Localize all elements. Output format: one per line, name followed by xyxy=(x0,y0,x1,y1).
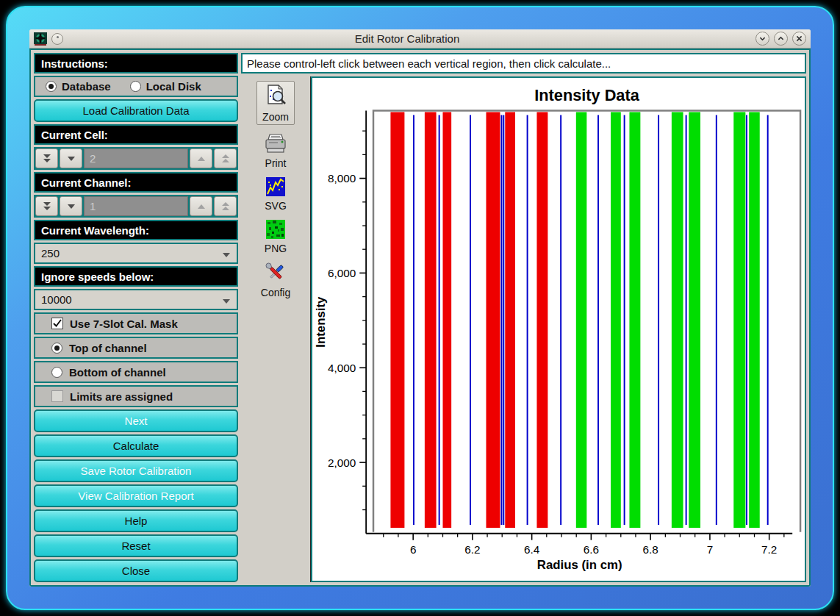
svg-text:Radius (in cm): Radius (in cm) xyxy=(537,558,622,572)
svg-text:7: 7 xyxy=(707,543,714,556)
bottom-of-channel-label: Bottom of channel xyxy=(69,366,166,379)
close-button-panel[interactable]: Close xyxy=(34,559,238,582)
radio-unselected-icon xyxy=(51,367,62,378)
window-title: Edit Rotor Calibration xyxy=(63,32,751,45)
bottom-of-channel-radio[interactable]: Bottom of channel xyxy=(34,361,238,383)
radio-selected-icon xyxy=(46,81,57,92)
current-cell-label: Current Cell: xyxy=(34,124,238,145)
png-icon xyxy=(266,220,285,242)
mask-checkbox-label: Use 7-Slot Cal. Mask xyxy=(70,318,178,330)
config-tool-label: Config xyxy=(261,287,290,298)
app-window: Edit Rotor Calibration Instructions: Dat… xyxy=(29,29,811,587)
zoom-icon xyxy=(265,84,287,110)
checkbox-unchecked-icon xyxy=(51,390,63,402)
chevron-down-icon xyxy=(223,253,230,257)
current-channel-label: Current Channel: xyxy=(34,172,238,193)
save-rotor-calibration-button[interactable]: Save Rotor Calibration xyxy=(34,459,238,482)
svg-text:6.4: 6.4 xyxy=(524,543,540,556)
channel-up-button[interactable] xyxy=(190,196,212,216)
cell-first-button[interactable] xyxy=(35,148,58,168)
intensity-chart[interactable]: 66.26.46.66.877.22,0004,0006,0008,000Int… xyxy=(311,76,806,582)
config-tool[interactable]: Config xyxy=(261,262,290,298)
instructions-label: Instructions: xyxy=(34,53,238,74)
svg-text:4,000: 4,000 xyxy=(328,362,356,374)
channel-counter: 1 xyxy=(34,195,238,218)
app-icon xyxy=(34,32,47,46)
config-icon xyxy=(265,262,287,286)
zoom-tool-label: Zoom xyxy=(262,111,289,123)
current-wavelength-label: Current Wavelength: xyxy=(34,220,238,240)
wavelength-select[interactable]: 250 xyxy=(34,243,238,264)
top-of-channel-label: Top of channel xyxy=(69,342,147,354)
local-disk-radio-label: Local Disk xyxy=(146,80,201,93)
cell-down-button[interactable] xyxy=(60,148,82,168)
png-tool-label: PNG xyxy=(265,243,287,254)
data-source-row: Database Local Disk xyxy=(34,76,238,97)
svg-text:6,000: 6,000 xyxy=(328,267,356,279)
next-button[interactable]: Next xyxy=(34,409,238,432)
svg-text:Intensity: Intensity xyxy=(314,296,328,348)
plot-region: Zoom xyxy=(241,76,806,582)
window-menu-button[interactable] xyxy=(51,33,63,45)
help-button[interactable]: Help xyxy=(34,509,238,532)
png-tool[interactable]: PNG xyxy=(265,220,287,254)
svg-text:Intensity Data: Intensity Data xyxy=(534,86,639,104)
minimize-button[interactable] xyxy=(755,32,769,46)
limits-checkbox-label: Limits are assigned xyxy=(70,390,173,403)
print-tool-label: Print xyxy=(265,157,287,169)
radio-unselected-icon xyxy=(130,81,141,92)
printer-icon xyxy=(264,133,287,157)
limits-checkbox-row[interactable]: Limits are assigned xyxy=(34,385,238,407)
main-content: Instructions: Database Local Disk Load C… xyxy=(29,49,811,587)
database-radio-label: Database xyxy=(62,80,111,93)
channel-value-field[interactable]: 1 xyxy=(84,196,188,216)
print-tool[interactable]: Print xyxy=(264,133,287,169)
channel-first-button[interactable] xyxy=(35,196,58,216)
svg-tool-label: SVG xyxy=(265,200,287,212)
database-radio[interactable]: Database xyxy=(46,80,111,93)
svg-tool[interactable]: SVG xyxy=(265,177,287,212)
left-panel: Instructions: Database Local Disk Load C… xyxy=(34,53,238,582)
chevron-down-icon xyxy=(223,299,230,304)
window-outer-frame: Edit Rotor Calibration Instructions: Dat… xyxy=(6,6,834,610)
speed-value: 10000 xyxy=(41,293,72,306)
svg-text:8,000: 8,000 xyxy=(328,172,356,185)
titlebar[interactable]: Edit Rotor Calibration xyxy=(29,29,811,49)
calculate-button[interactable]: Calculate xyxy=(34,434,238,457)
reset-button[interactable]: Reset xyxy=(34,534,238,557)
local-disk-radio[interactable]: Local Disk xyxy=(130,80,201,93)
load-calibration-data-button[interactable]: Load Calibration Data xyxy=(34,99,238,122)
zoom-tool[interactable]: Zoom xyxy=(256,81,295,125)
svg-text:6.8: 6.8 xyxy=(642,543,658,556)
checkbox-checked-icon xyxy=(51,318,63,329)
speed-select[interactable]: 10000 xyxy=(34,289,238,310)
channel-down-button[interactable] xyxy=(60,196,82,216)
instruction-message: Please control-left click between each v… xyxy=(241,53,806,74)
cell-last-button[interactable] xyxy=(214,148,237,168)
top-of-channel-radio[interactable]: Top of channel xyxy=(34,337,238,359)
radio-selected-icon xyxy=(51,343,62,354)
ignore-speeds-label: Ignore speeds below: xyxy=(34,266,238,287)
view-calibration-report-button[interactable]: View Calibration Report xyxy=(34,484,238,507)
wavelength-value: 250 xyxy=(41,247,60,259)
channel-last-button[interactable] xyxy=(214,196,237,216)
plot-toolbar: Zoom xyxy=(241,76,311,582)
maximize-button[interactable] xyxy=(774,32,788,46)
svg-text:7.2: 7.2 xyxy=(761,543,777,556)
svg-icon xyxy=(266,177,285,199)
svg-text:6: 6 xyxy=(410,543,417,556)
close-button[interactable] xyxy=(792,32,806,46)
svg-text:6.6: 6.6 xyxy=(584,543,599,556)
cell-up-button[interactable] xyxy=(190,148,212,168)
intensity-chart-svg: 66.26.46.66.877.22,0004,0006,0008,000Int… xyxy=(312,78,805,581)
cell-value-field[interactable]: 2 xyxy=(84,148,188,168)
svg-text:2,000: 2,000 xyxy=(328,456,356,469)
mask-checkbox-row[interactable]: Use 7-Slot Cal. Mask xyxy=(34,312,238,334)
cell-counter: 2 xyxy=(34,147,238,170)
svg-text:6.2: 6.2 xyxy=(464,543,480,556)
